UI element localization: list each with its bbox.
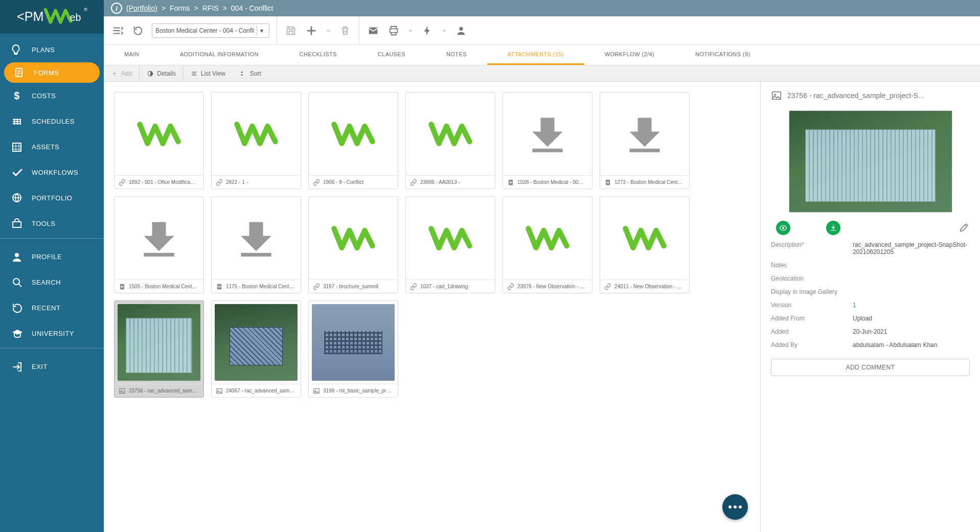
svg-text:<PM: <PM xyxy=(17,9,44,24)
tab-main[interactable]: MAIN xyxy=(104,45,159,65)
sidebar-item-exit[interactable]: EXIT xyxy=(0,354,104,379)
tab-clauses[interactable]: CLAUSES xyxy=(357,45,426,65)
tab-checklists[interactable]: CHECKLISTS xyxy=(279,45,357,65)
attachment-card[interactable]: 23978 - New Observation - … xyxy=(503,196,592,293)
details-button[interactable]: Details xyxy=(140,65,184,81)
card-thumbnail xyxy=(406,92,495,175)
card-thumbnail xyxy=(115,301,203,384)
attachment-card[interactable]: 23756 - rac_advanced_sam… xyxy=(114,300,204,398)
card-thumbnail xyxy=(503,197,592,280)
card-thumbnail xyxy=(309,92,398,175)
attachment-card[interactable]: 24011 - New Observation - … xyxy=(600,196,690,293)
delete-icon[interactable] xyxy=(338,24,352,37)
exit-icon xyxy=(11,361,22,372)
attachment-card[interactable]: 3198 - rst_basic_sample_pr… xyxy=(308,300,398,398)
sidebar-item-search[interactable]: SEARCH xyxy=(0,269,104,295)
settings-icon[interactable] xyxy=(111,24,124,37)
search-icon xyxy=(11,276,22,288)
svg-text:®: ® xyxy=(84,7,88,12)
attachment-card[interactable]: 1272 - Boston Medical Cent… xyxy=(600,92,690,189)
svg-rect-12 xyxy=(13,222,21,227)
details-preview[interactable] xyxy=(789,110,952,213)
attachment-card[interactable]: 24067 - rac_advanced_sam… xyxy=(211,300,301,398)
tab-workflow-2-4-[interactable]: WORKFLOW (2/4) xyxy=(584,45,675,65)
plans-icon xyxy=(11,44,22,55)
breadcrumb-bar: i (Portfolio) >Forms >RFIS >004 - Confli… xyxy=(104,0,980,16)
type-icon xyxy=(119,387,126,395)
tab-additional-information[interactable]: ADDITIONAL INFORMATION xyxy=(159,45,279,65)
card-thumbnail xyxy=(503,92,592,175)
type-icon xyxy=(216,283,223,290)
sidebar-item-profile[interactable]: PROFILE xyxy=(0,244,104,269)
sidebar-item-workflows[interactable]: WORKFLOWS xyxy=(0,159,104,185)
card-thumbnail xyxy=(212,92,301,175)
attachment-card[interactable]: 1175 - Boston Medical Cent… xyxy=(211,196,301,293)
action-dropdown-icon[interactable] xyxy=(441,24,447,37)
details-version[interactable]: 1 xyxy=(853,302,970,309)
attachment-card[interactable]: 1038 - Boston Medical - 00… xyxy=(503,92,592,189)
portfolio-icon xyxy=(11,192,22,203)
sidebar-item-forms[interactable]: FORMS xyxy=(4,62,100,83)
card-footer: 1906 - 9 - Conflict xyxy=(309,175,398,189)
card-footer: 1175 - Boston Medical Cent… xyxy=(212,280,301,293)
listview-button[interactable]: List View xyxy=(184,65,233,81)
save-icon[interactable] xyxy=(284,24,298,37)
card-footer: 3198 - rst_basic_sample_pr… xyxy=(309,384,398,397)
sidebar-item-recent[interactable]: RECENT xyxy=(0,295,104,320)
breadcrumb-rfis[interactable]: RFIS xyxy=(202,4,219,12)
card-footer: 1272 - Boston Medical Cent… xyxy=(600,175,689,189)
tab-notifications-9-[interactable]: NOTIFICATIONS (9) xyxy=(675,45,770,65)
sidebar-item-tools[interactable]: TOOLS xyxy=(0,211,104,236)
add-icon[interactable] xyxy=(305,24,318,37)
add-dropdown-icon[interactable] xyxy=(325,24,331,37)
tab-attachments-15-[interactable]: ATTACHMENTS (15) xyxy=(487,45,584,65)
download-button[interactable] xyxy=(826,221,840,235)
edit-icon[interactable] xyxy=(959,222,970,235)
attachment-card[interactable]: 3197 - brochure_summit xyxy=(308,196,398,293)
sidebar-item-university[interactable]: UNIVERSITY xyxy=(0,320,104,346)
email-icon[interactable] xyxy=(367,24,380,37)
svg-point-18 xyxy=(782,227,784,229)
print-icon[interactable] xyxy=(387,24,400,37)
sidebar-item-costs[interactable]: $COSTS xyxy=(0,83,104,108)
attachment-card[interactable]: 1505 - Boston Medical Cent… xyxy=(114,196,204,293)
type-icon xyxy=(507,179,514,186)
tab-notes[interactable]: NOTES xyxy=(426,45,487,65)
sidebar-item-schedules[interactable]: SCHEDULES xyxy=(0,108,104,134)
sidebar-item-portfolio[interactable]: PORTFOLIO xyxy=(0,185,104,211)
attachment-card[interactable]: 1037 - cad_1drawing xyxy=(405,196,495,293)
recent-icon xyxy=(11,302,22,313)
card-footer: 1038 - Boston Medical - 00… xyxy=(503,175,592,189)
record-selector[interactable]: Boston Medical Center - 004 - Confli ▾ xyxy=(152,24,269,38)
svg-point-13 xyxy=(15,253,19,257)
breadcrumb-record: 004 - Conflict xyxy=(231,4,273,12)
attachment-card[interactable]: 1892 - 001 - Ofice Modifica… xyxy=(114,92,204,189)
card-thumbnail xyxy=(406,197,495,280)
card-thumbnail xyxy=(212,197,301,280)
sidebar-item-assets[interactable]: ASSETS xyxy=(0,134,104,159)
card-thumbnail xyxy=(309,197,398,280)
history-icon[interactable] xyxy=(131,24,145,37)
print-dropdown-icon[interactable] xyxy=(407,24,414,37)
fab-more-button[interactable] xyxy=(722,494,748,520)
attachment-card[interactable]: 2822 - 1 - xyxy=(211,92,301,189)
user-icon[interactable] xyxy=(454,24,468,37)
view-button[interactable] xyxy=(776,221,790,235)
type-icon xyxy=(507,283,514,290)
info-icon[interactable]: i xyxy=(111,3,122,14)
breadcrumb-root[interactable]: (Portfolio) xyxy=(126,4,157,12)
card-footer: 3197 - brochure_summit xyxy=(309,280,398,293)
card-footer: 2822 - 1 - xyxy=(212,175,301,189)
svg-point-16 xyxy=(459,27,463,30)
breadcrumb-forms[interactable]: Forms xyxy=(170,4,190,12)
add-comment-button[interactable]: ADD COMMENT xyxy=(771,359,970,376)
attachment-card[interactable]: 1906 - 9 - Conflict xyxy=(308,92,398,189)
type-icon xyxy=(604,283,611,290)
sort-button[interactable]: Sort xyxy=(233,65,268,81)
action-icon[interactable] xyxy=(421,24,434,37)
card-thumbnail xyxy=(600,92,689,175)
schedules-icon xyxy=(11,115,22,127)
assets-icon xyxy=(11,141,22,152)
sidebar-item-plans[interactable]: PLANS xyxy=(0,37,104,62)
attachment-card[interactable]: 23886 - AA0013 - xyxy=(405,92,495,189)
